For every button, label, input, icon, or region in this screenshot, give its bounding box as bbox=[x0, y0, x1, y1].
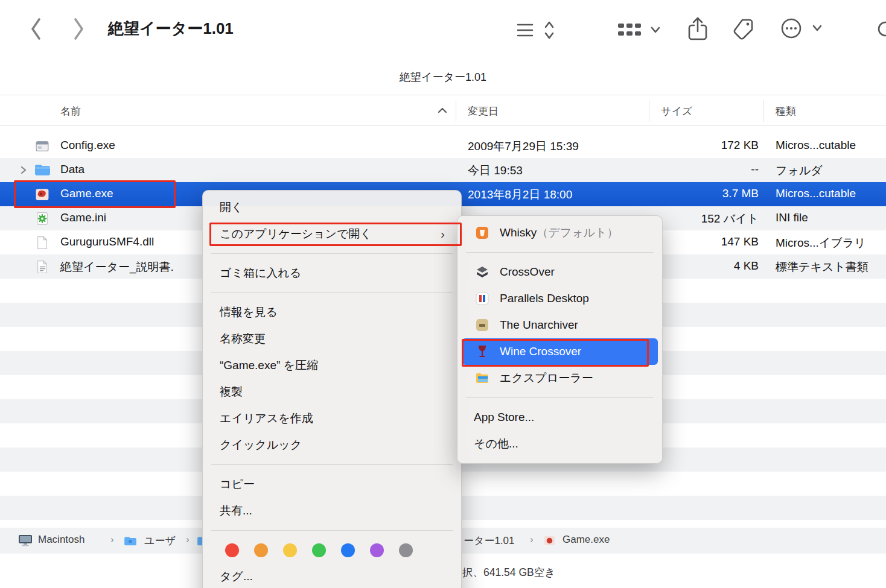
grid-group-icon bbox=[617, 20, 665, 39]
submenu-item-label: Wine Crossover bbox=[500, 345, 581, 358]
submenu-item-crossover[interactable]: CrossOver bbox=[457, 259, 662, 285]
tag-color-row bbox=[203, 537, 461, 563]
column-header-date[interactable]: 変更日 bbox=[468, 104, 499, 118]
file-kind: Micros...cutable bbox=[776, 187, 856, 200]
tag-color-yellow[interactable] bbox=[283, 543, 297, 557]
menu-item-label: エイリアスを作成 bbox=[220, 412, 313, 425]
folder-icon bbox=[34, 163, 51, 177]
more-actions-button[interactable] bbox=[780, 17, 824, 41]
group-by-button[interactable] bbox=[617, 20, 665, 39]
menu-item-make-alias[interactable]: エイリアスを作成 bbox=[203, 405, 461, 432]
search-button[interactable] bbox=[876, 20, 886, 40]
menu-item-label: ゴミ箱に入れる bbox=[220, 267, 301, 279]
file-kind: Micros...cutable bbox=[776, 139, 856, 152]
column-divider bbox=[763, 100, 764, 122]
file-name: Game.exe bbox=[60, 187, 113, 200]
file-size: 172 KB bbox=[649, 139, 759, 152]
menu-item-copy[interactable]: コピー bbox=[203, 471, 461, 498]
tag-color-green[interactable] bbox=[312, 543, 326, 557]
submenu-item-label: App Store... bbox=[474, 411, 534, 423]
submenu-item-app-store[interactable]: App Store... bbox=[457, 404, 662, 431]
submenu-item-label: The Unarchiver bbox=[500, 318, 578, 331]
submenu-item-label: Whisky bbox=[500, 226, 537, 239]
tag-color-blue[interactable] bbox=[341, 543, 355, 557]
share-button[interactable] bbox=[687, 16, 709, 42]
file-size: -- bbox=[649, 163, 759, 176]
path-item-file[interactable]: Game.exe bbox=[563, 534, 610, 546]
column-header-size[interactable]: サイズ bbox=[661, 104, 692, 118]
chevron-right-icon bbox=[71, 16, 86, 42]
menu-item-duplicate[interactable]: 複製 bbox=[203, 379, 461, 405]
users-folder-icon bbox=[124, 536, 137, 546]
submenu-item-unarchiver[interactable]: The Unarchiver bbox=[457, 312, 662, 338]
open-with-submenu: Whisky（デフォルト） CrossOver Parallels Deskto… bbox=[457, 215, 663, 464]
file-date: 2013年8月2日 18:00 bbox=[468, 187, 572, 203]
submenu-item-parallels[interactable]: Parallels Desktop bbox=[457, 285, 662, 312]
submenu-item-wine-crossover[interactable]: Wine Crossover bbox=[462, 338, 658, 365]
menu-separator bbox=[466, 397, 654, 398]
menu-item-move-to-trash[interactable]: ゴミ箱に入れる bbox=[203, 260, 461, 286]
menu-item-compress[interactable]: “Game.exe” を圧縮 bbox=[203, 352, 461, 379]
game-app-icon bbox=[34, 187, 50, 202]
menu-item-label: このアプリケーションで開く bbox=[220, 227, 372, 240]
menu-item-open-with[interactable]: このアプリケーションで開く › bbox=[203, 221, 461, 247]
path-separator: › bbox=[186, 534, 190, 546]
file-size: 152 バイト bbox=[649, 211, 759, 227]
menu-separator bbox=[466, 252, 654, 253]
menu-separator bbox=[211, 292, 453, 293]
explorer-app-icon bbox=[476, 371, 489, 385]
menu-separator bbox=[211, 464, 453, 465]
ini-file-icon bbox=[34, 211, 50, 226]
column-header-name[interactable]: 名前 bbox=[60, 104, 81, 118]
forward-button[interactable] bbox=[71, 16, 86, 42]
menu-item-share[interactable]: 共有... bbox=[203, 498, 461, 524]
file-row-data-folder[interactable]: Data 今日 19:53 -- フォルダ bbox=[0, 158, 886, 182]
file-row-config-exe[interactable]: Config.exe 2009年7月29日 15:39 172 KB Micro… bbox=[0, 134, 886, 158]
path-item-folder-truncated[interactable]: ーター1.01 bbox=[464, 534, 515, 548]
column-header-kind[interactable]: 種類 bbox=[776, 104, 796, 118]
status-bar-text: 択、641.54 GB空き bbox=[462, 565, 555, 580]
menu-item-label: 共有... bbox=[220, 504, 252, 517]
path-item-disk[interactable]: Macintosh bbox=[38, 534, 84, 546]
file-size: 147 KB bbox=[649, 235, 759, 248]
view-options-button[interactable] bbox=[514, 19, 561, 41]
menu-item-tags[interactable]: タグ... bbox=[203, 563, 461, 588]
game-exe-small-icon bbox=[544, 535, 555, 546]
file-size: 4 KB bbox=[649, 259, 759, 273]
text-document-icon bbox=[34, 259, 50, 274]
column-divider bbox=[649, 100, 649, 122]
whisky-app-icon bbox=[476, 226, 489, 239]
back-button[interactable] bbox=[29, 16, 43, 42]
crossover-app-icon bbox=[476, 265, 489, 279]
file-name: GuruguruSMF4.dll bbox=[60, 235, 154, 248]
tag-color-red[interactable] bbox=[225, 543, 239, 557]
tag-color-orange[interactable] bbox=[254, 543, 268, 557]
column-divider bbox=[456, 100, 456, 122]
chevron-left-icon bbox=[29, 16, 43, 42]
submenu-item-other[interactable]: その他... bbox=[457, 431, 662, 457]
disclosure-triangle-icon[interactable] bbox=[20, 165, 27, 175]
submenu-item-whisky[interactable]: Whisky（デフォルト） bbox=[457, 220, 662, 246]
tags-button[interactable] bbox=[731, 17, 756, 41]
submenu-item-explorer[interactable]: エクスプローラー bbox=[457, 365, 662, 391]
menu-separator bbox=[211, 530, 453, 531]
menu-item-open[interactable]: 開く bbox=[203, 194, 461, 221]
file-kind: Micros...イブラリ bbox=[776, 235, 866, 251]
file-kind: INI file bbox=[776, 211, 808, 224]
file-name: Game.ini bbox=[60, 211, 106, 224]
menu-item-label: 情報を見る bbox=[220, 306, 278, 318]
menu-item-quick-look[interactable]: クイックルック bbox=[203, 432, 461, 458]
menu-item-get-info[interactable]: 情報を見る bbox=[203, 299, 461, 326]
menu-separator bbox=[211, 253, 453, 254]
path-separator: › bbox=[530, 534, 534, 546]
computer-icon bbox=[18, 534, 33, 547]
tag-color-purple[interactable] bbox=[370, 543, 384, 557]
path-item-users[interactable]: ユーザ bbox=[144, 534, 176, 548]
file-date: 今日 19:53 bbox=[468, 163, 523, 179]
menu-item-rename[interactable]: 名称変更 bbox=[203, 326, 461, 352]
file-size: 3.7 MB bbox=[649, 187, 759, 200]
file-name: Data bbox=[60, 163, 84, 176]
window-title: 絶望イーター1.01 bbox=[108, 18, 234, 39]
dll-file-icon bbox=[34, 235, 50, 250]
tag-color-gray[interactable] bbox=[399, 543, 413, 557]
